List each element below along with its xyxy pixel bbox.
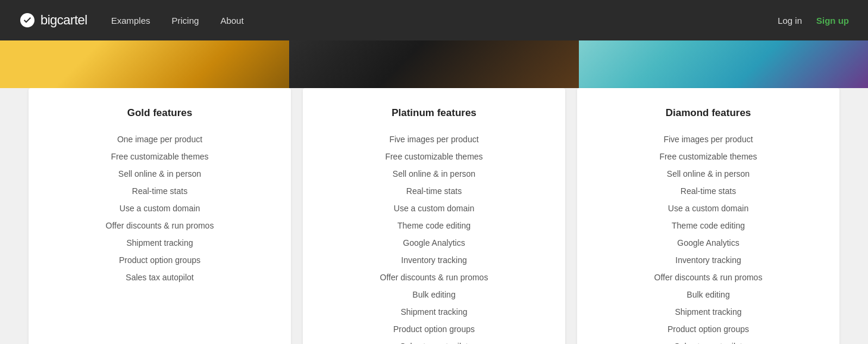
plan-feature-item: Use a custom domain — [591, 200, 825, 217]
plan-feature-item: Use a custom domain — [43, 200, 277, 217]
hero-left — [0, 40, 289, 88]
plan-features-0: One image per productFree customizable t… — [43, 131, 277, 286]
plan-feature-item: Real-time stats — [317, 183, 551, 200]
plan-feature-item: Inventory tracking — [317, 252, 551, 269]
plan-feature-item: Sell online & in person — [317, 165, 551, 183]
plan-feature-item: Free customizable themes — [317, 148, 551, 165]
navbar: bigcartel Examples Pricing About Log in … — [0, 0, 868, 40]
nav-examples[interactable]: Examples — [111, 15, 151, 26]
plan-feature-item: One image per product — [43, 131, 277, 148]
signup-link[interactable]: Sign up — [816, 15, 849, 26]
plan-feature-item: Sales tax autopilot — [43, 269, 277, 286]
logo-text: bigcartel — [40, 12, 87, 28]
plan-features-2: Five images per productFree customizable… — [591, 131, 825, 344]
plan-feature-item: Shipment tracking — [591, 304, 825, 321]
plan-feature-item: Shipment tracking — [317, 304, 551, 321]
hero-center — [289, 40, 578, 88]
plan-feature-item: Real-time stats — [591, 183, 825, 200]
bigcartel-logo-icon — [19, 12, 36, 29]
hero-strip — [0, 40, 868, 88]
plan-feature-item: Bulk editing — [591, 286, 825, 304]
plan-card-2: Diamond featuresFive images per productF… — [577, 88, 839, 344]
plan-title-1: Platinum features — [317, 107, 551, 119]
plan-feature-item: Free customizable themes — [591, 148, 825, 165]
plan-card-1: Platinum featuresFive images per product… — [303, 88, 565, 344]
plan-feature-item: Google Analytics — [317, 234, 551, 252]
plan-feature-item: Real-time stats — [43, 183, 277, 200]
plan-feature-item: Sales tax autopilot — [317, 338, 551, 344]
plan-feature-item: Shipment tracking — [43, 234, 277, 252]
nav-links: Examples Pricing About — [111, 15, 778, 26]
plan-feature-item: Offer discounts & run promos — [317, 269, 551, 286]
plan-feature-item: Offer discounts & run promos — [43, 217, 277, 234]
plan-feature-item: Bulk editing — [317, 286, 551, 304]
plan-features-1: Five images per productFree customizable… — [317, 131, 551, 344]
plan-feature-item: Google Analytics — [591, 234, 825, 252]
plan-feature-item: Theme code editing — [317, 217, 551, 234]
plan-feature-item: Use a custom domain — [317, 200, 551, 217]
plan-feature-item: Product option groups — [317, 321, 551, 338]
plan-title-2: Diamond features — [591, 107, 825, 119]
plan-feature-item: Sales tax autopilot — [591, 338, 825, 344]
plans-container: Gold featuresOne image per productFree c… — [0, 88, 868, 344]
plan-feature-item: Sell online & in person — [43, 165, 277, 183]
plan-feature-item: Free customizable themes — [43, 148, 277, 165]
nav-pricing[interactable]: Pricing — [172, 15, 199, 26]
plan-feature-item: Inventory tracking — [591, 252, 825, 269]
plan-card-0: Gold featuresOne image per productFree c… — [29, 88, 291, 344]
nav-about[interactable]: About — [220, 15, 243, 26]
plan-feature-item: Offer discounts & run promos — [591, 269, 825, 286]
plan-feature-item: Product option groups — [591, 321, 825, 338]
plan-feature-item: Product option groups — [43, 252, 277, 269]
login-link[interactable]: Log in — [778, 15, 802, 26]
plan-feature-item: Five images per product — [591, 131, 825, 148]
plan-feature-item: Theme code editing — [591, 217, 825, 234]
nav-right: Log in Sign up — [778, 15, 849, 26]
plan-feature-item: Five images per product — [317, 131, 551, 148]
logo[interactable]: bigcartel — [19, 12, 87, 29]
hero-right — [579, 40, 868, 88]
plan-feature-item: Sell online & in person — [591, 165, 825, 183]
plan-title-0: Gold features — [43, 107, 277, 119]
